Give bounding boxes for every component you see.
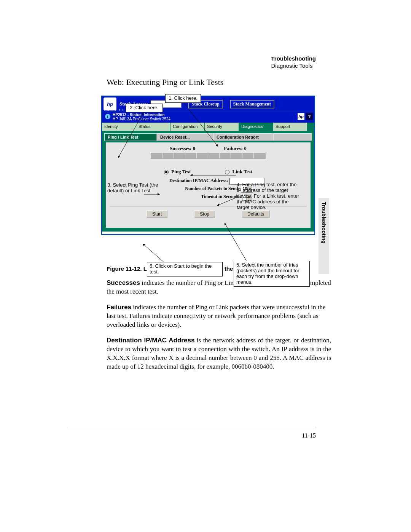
section-title: Web: Executing Ping or Link Tests xyxy=(107,77,331,87)
header-sub: Diagnostic Tools xyxy=(271,62,316,70)
hp-invent-label: i n v e n t xyxy=(104,108,124,112)
stop-button[interactable]: Stop xyxy=(194,210,215,218)
annotation-3: 3. Select Ping Test (the default) or Lin… xyxy=(105,181,167,195)
configuration-report-tab[interactable]: Configuration Report xyxy=(213,133,273,141)
footer-rule xyxy=(68,427,316,427)
body-text: Successes indicates the number of Ping o… xyxy=(107,279,331,371)
link-test-radio[interactable]: Link Test xyxy=(225,169,252,175)
ping-link-test-tab[interactable]: Ping / Link Test xyxy=(104,133,157,141)
nav-tabs: Identity Status Configuration Security D… xyxy=(102,123,314,131)
hp-small-logo-icon[interactable]: hp xyxy=(298,113,304,120)
annotation-4: 4. For a Ping test, enter the IP address… xyxy=(234,181,304,212)
svg-line-6 xyxy=(143,244,164,262)
status-line-2: HP J4813A ProCurve Switch 2524 xyxy=(113,117,312,121)
tab-support[interactable]: Support xyxy=(273,123,307,131)
help-icon[interactable]: ? xyxy=(306,113,313,120)
web-ui-screenshot: hp i n v e n t Stack Access: Stack Close… xyxy=(101,96,315,235)
radio-icon xyxy=(225,170,229,174)
annotation-1: 1. Click here. xyxy=(165,94,201,103)
ping-test-radio[interactable]: Ping Test xyxy=(164,169,191,175)
chapter-tab: Troubleshooting xyxy=(319,198,329,274)
tab-status[interactable]: Status xyxy=(136,123,170,131)
progress-bar xyxy=(151,153,266,159)
para-destination: Destination IP/MAC Address is the networ… xyxy=(107,336,331,371)
stack-management-button[interactable]: Stack Management xyxy=(230,100,274,109)
device-reset-tab[interactable]: Device Reset... xyxy=(157,133,213,141)
sub-toolbar: Ping / Link Test Device Reset... Configu… xyxy=(104,133,312,141)
header-bold: Troubleshooting xyxy=(271,55,316,62)
annotation-2: 2. Click here. xyxy=(126,104,163,112)
page-number: 11-15 xyxy=(302,432,316,439)
page-header: Troubleshooting Diagnostic Tools xyxy=(271,55,316,70)
successes-label: Successes: 0 xyxy=(156,145,209,152)
annotation-5: 5. Select the number of tries (packets) … xyxy=(234,261,310,287)
radio-icon xyxy=(164,170,169,174)
tab-security[interactable]: Security xyxy=(205,123,239,131)
toolbar-spacer xyxy=(273,133,312,141)
status-bar: i HP2512 - Status: Information HP J4813A… xyxy=(102,112,314,123)
timeout-label: Timeout in Seconds: xyxy=(164,194,242,201)
para-failures: Failures indicates the number of Ping or… xyxy=(107,303,331,329)
start-button[interactable]: Start xyxy=(147,210,167,218)
info-icon: i xyxy=(105,114,110,119)
tab-identity[interactable]: Identity xyxy=(102,123,136,131)
failures-label: Failures: 0 xyxy=(210,145,260,152)
status-line-1: HP2512 - Status: Information xyxy=(113,113,165,117)
packets-label: Number of Packets to Send: xyxy=(163,186,241,193)
tab-configuration[interactable]: Configuration xyxy=(170,123,205,131)
annotation-6: 6. Click on Start to begin the test. xyxy=(147,262,223,276)
tab-diagnostics[interactable]: Diagnostics xyxy=(239,123,273,131)
